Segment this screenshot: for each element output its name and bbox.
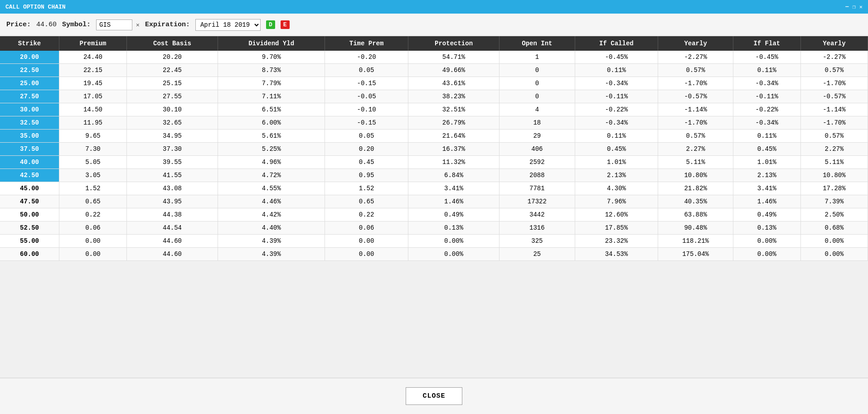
cell-costBasis: 27.55 [126,90,218,103]
cell-divYld: 4.46% [218,195,325,208]
cell-strike: 27.50 [0,90,59,103]
cell-divYld: 4.42% [218,208,325,221]
cell-yearly2: 0.00% [800,235,868,248]
column-header-time-prem: Time Prem [325,36,408,51]
symbol-input[interactable] [96,19,132,30]
cell-premium: 0.06 [59,221,126,235]
cell-timePrem: 1.52 [325,182,408,195]
cell-premium: 22.15 [59,64,126,77]
table-row: 35.009.6534.955.61%0.0521.64%290.11%0.57… [0,130,868,143]
table-row: 45.001.5243.084.55%1.523.41%77814.30%21.… [0,182,868,195]
cell-ifCalled: 0.45% [575,143,658,156]
cell-strike: 55.00 [0,235,59,248]
expiration-select[interactable]: April 18 2019 [195,19,261,31]
cell-ifFlat: 0.00% [733,235,800,248]
cell-openInt: 17322 [499,195,575,208]
window-title: CALL OPTION CHAIN [5,4,66,10]
badge-d[interactable]: D [266,20,275,29]
cell-timePrem: 0.65 [325,195,408,208]
cell-timePrem: -0.20 [325,51,408,64]
cell-openInt: 0 [499,64,575,77]
cell-ifCalled: 12.60% [575,208,658,221]
cell-yearly1: 175.04% [658,248,733,261]
cell-yearly1: -0.57% [658,90,733,103]
cell-timePrem: 0.95 [325,169,408,182]
cell-ifFlat: -0.34% [733,77,800,90]
cell-costBasis: 32.65 [126,116,218,130]
cell-yearly2: 17.28% [800,182,868,195]
cell-divYld: 4.72% [218,169,325,182]
cell-openInt: 325 [499,235,575,248]
table-row: 20.0024.4020.209.70%-0.2054.71%1-0.45%-2… [0,51,868,64]
column-header-if-called: If Called [575,36,658,51]
column-header-strike: Strike [0,36,59,51]
cell-protection: 3.41% [408,182,499,195]
table-row: 60.000.0044.604.39%0.000.00%2534.53%175.… [0,248,868,261]
cell-ifFlat: 0.49% [733,208,800,221]
cell-premium: 17.05 [59,90,126,103]
cell-openInt: 0 [499,90,575,103]
table-row: 22.5022.1522.458.73%0.0549.66%00.11%0.57… [0,64,868,77]
badge-e[interactable]: E [281,20,290,29]
cell-divYld: 4.39% [218,235,325,248]
cell-openInt: 3442 [499,208,575,221]
table-header: StrikePremiumCost BasisDividend YldTime … [0,36,868,51]
cell-protection: 26.79% [408,116,499,130]
close-button[interactable]: CLOSE [406,387,462,405]
restore-button[interactable]: ❐ [853,4,856,10]
cell-yearly2: 0.57% [800,130,868,143]
cell-protection: 11.32% [408,156,499,169]
minimize-button[interactable]: — [845,4,849,10]
cell-ifCalled: -0.34% [575,116,658,130]
cell-strike: 37.50 [0,143,59,156]
cell-divYld: 4.96% [218,156,325,169]
cell-premium: 0.22 [59,208,126,221]
cell-costBasis: 41.55 [126,169,218,182]
cell-premium: 19.45 [59,77,126,90]
cell-yearly1: 90.48% [658,221,733,235]
table-row: 37.507.3037.305.25%0.2016.37%4060.45%2.2… [0,143,868,156]
price-label: Price: [6,21,31,29]
cell-yearly2: 0.57% [800,64,868,77]
cell-ifCalled: 0.11% [575,130,658,143]
cell-ifFlat: 0.45% [733,143,800,156]
cell-openInt: 2592 [499,156,575,169]
cell-ifFlat: 2.13% [733,169,800,182]
cell-divYld: 7.79% [218,77,325,90]
cell-strike: 30.00 [0,103,59,116]
cell-yearly1: -1.14% [658,103,733,116]
cell-ifFlat: 0.13% [733,221,800,235]
cell-costBasis: 43.95 [126,195,218,208]
cell-ifFlat: 1.01% [733,156,800,169]
cell-ifFlat: -0.22% [733,103,800,116]
price-value: 44.60 [36,21,57,29]
cell-protection: 0.00% [408,235,499,248]
cell-premium: 7.30 [59,143,126,156]
cell-costBasis: 20.20 [126,51,218,64]
cell-divYld: 5.61% [218,130,325,143]
table-row: 50.000.2244.384.42%0.220.49%344212.60%63… [0,208,868,221]
cell-strike: 22.50 [0,64,59,77]
cell-ifCalled: 1.01% [575,156,658,169]
cell-premium: 14.50 [59,103,126,116]
table-row: 42.503.0541.554.72%0.956.84%20882.13%10.… [0,169,868,182]
cell-yearly2: -0.57% [800,90,868,103]
cell-strike: 42.50 [0,169,59,182]
cell-openInt: 0 [499,77,575,90]
symbol-clear-button[interactable]: ✕ [136,21,140,29]
cell-protection: 1.46% [408,195,499,208]
cell-ifCalled: 2.13% [575,169,658,182]
cell-ifCalled: 7.96% [575,195,658,208]
cell-yearly1: -1.70% [658,77,733,90]
cell-timePrem: 0.45 [325,156,408,169]
close-window-button[interactable]: ✕ [859,4,863,10]
table-row: 32.5011.9532.656.00%-0.1526.79%18-0.34%-… [0,116,868,130]
cell-openInt: 1 [499,51,575,64]
table-body: 20.0024.4020.209.70%-0.2054.71%1-0.45%-2… [0,51,868,261]
cell-timePrem: 0.00 [325,235,408,248]
table-container: StrikePremiumCost BasisDividend YldTime … [0,36,868,261]
cell-yearly2: -2.27% [800,51,868,64]
cell-openInt: 25 [499,248,575,261]
cell-divYld: 6.51% [218,103,325,116]
column-header-yearly: Yearly [658,36,733,51]
